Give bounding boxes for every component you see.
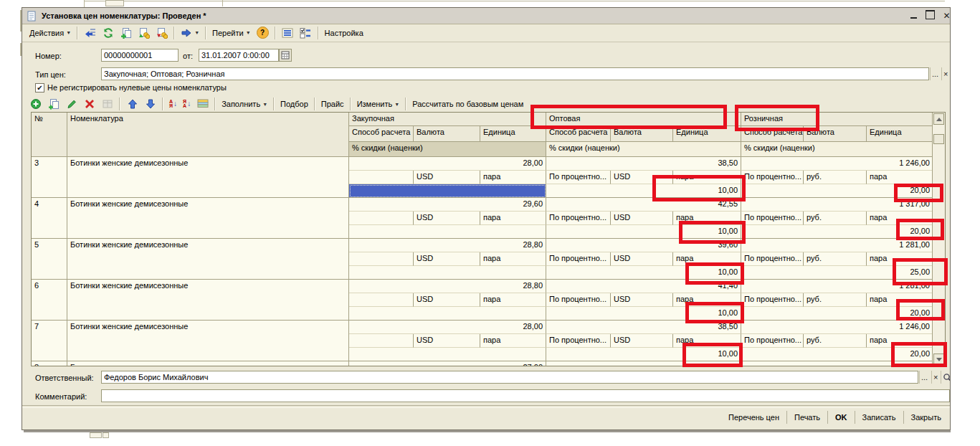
cell-row-number[interactable]: 7 — [32, 321, 67, 361]
cell-purchase-unit[interactable]: пара — [480, 212, 546, 225]
cell-row-number[interactable]: 8 — [32, 361, 67, 366]
pick-button[interactable]: Подбор — [277, 97, 311, 112]
write-document-icon[interactable] — [81, 27, 99, 39]
cell-purchase-method[interactable] — [349, 171, 414, 184]
cell-retail-currency[interactable]: руб. — [804, 212, 867, 225]
add-row-icon[interactable] — [27, 98, 44, 110]
cell-purchase-pct[interactable] — [349, 348, 546, 361]
refresh-icon[interactable] — [99, 27, 117, 39]
delete-row-icon[interactable] — [80, 98, 98, 110]
copy-row-icon[interactable] — [44, 98, 62, 110]
cell-wholesale-method[interactable]: По процентно... — [546, 293, 611, 307]
cell-purchase-unit[interactable]: пара — [480, 252, 546, 266]
price-table[interactable]: №НоменклатураЗакупочнаяСпособ расчетаВал… — [31, 112, 946, 366]
fill-button[interactable]: Заполнить▼ — [219, 97, 270, 112]
cell-wholesale-method[interactable]: По процентно... — [546, 334, 611, 348]
cell-retail-method[interactable]: По процентно... — [741, 252, 804, 266]
sort-desc-icon[interactable]: ЯА↓ — [180, 97, 194, 112]
cell-purchase-unit[interactable]: пара — [480, 334, 546, 348]
scroll-up-button[interactable] — [933, 113, 944, 125]
cell-purchase-unit[interactable]: пара — [480, 171, 546, 184]
cell-item-name[interactable]: Ботинки женские демисезонные — [67, 321, 349, 361]
unpost-document-icon[interactable] — [153, 27, 171, 39]
price-button[interactable]: Прайс — [318, 97, 347, 112]
filter-settings-icon[interactable] — [297, 27, 315, 39]
cell-retail-currency[interactable]: руб. — [804, 293, 867, 307]
maximize-button[interactable] — [924, 9, 936, 21]
cell-retail-currency[interactable]: руб. — [804, 334, 867, 348]
cell-purchase-price[interactable]: 27,00 — [349, 361, 546, 366]
cell-purchase-pct[interactable] — [349, 266, 546, 280]
cell-purchase-method[interactable] — [349, 212, 414, 225]
sort-asc-icon[interactable]: АЯ↓ — [166, 97, 180, 112]
cell-purchase-method[interactable] — [349, 252, 414, 266]
cell-purchase-price[interactable]: 28,00 — [349, 321, 546, 334]
change-button[interactable]: Изменить▼ — [354, 97, 403, 112]
output-forms-button[interactable]: ▼ — [178, 25, 202, 40]
cell-purchase-price[interactable]: 29,60 — [349, 198, 546, 212]
cell-wholesale-currency[interactable]: USD — [611, 334, 673, 348]
clear-responsible-button[interactable]: × — [931, 371, 939, 384]
choose-button[interactable]: ... — [930, 67, 940, 80]
cell-retail-method[interactable]: По процентно... — [741, 212, 804, 225]
cell-purchase-price[interactable]: 28,00 — [349, 157, 546, 171]
copy-add-icon[interactable] — [117, 27, 135, 39]
cell-retail-price[interactable]: 1 281,00 — [741, 239, 933, 252]
cell-item-name[interactable]: Ботинки женские демисезонные — [67, 280, 349, 321]
choose-responsible-button[interactable]: ... — [919, 371, 929, 384]
date-field[interactable]: 31.01.2007 0:00:00 — [199, 49, 279, 62]
move-down-icon[interactable] — [141, 98, 159, 110]
cell-purchase-pct[interactable] — [349, 184, 546, 198]
save-button[interactable]: Записать — [855, 411, 903, 424]
cell-purchase-currency[interactable]: USD — [414, 252, 480, 266]
title-bar[interactable]: Установка цен номенклатуры: Проведен * ✕ — [22, 8, 950, 24]
clear-button[interactable]: × — [941, 67, 949, 80]
calendar-button[interactable] — [279, 49, 292, 62]
cell-row-number[interactable]: 4 — [32, 198, 67, 239]
goto-button[interactable]: Перейти▼ — [209, 25, 254, 40]
scroll-marker-button[interactable] — [933, 134, 944, 144]
price-type-field[interactable]: Закупочная; Оптовая; Розничная — [101, 67, 929, 80]
cell-purchase-method[interactable] — [349, 293, 414, 307]
post-document-icon[interactable] — [135, 27, 153, 39]
zero-prices-checkbox[interactable]: ✔ — [35, 83, 44, 92]
cell-retail-method[interactable]: По процентно... — [741, 171, 804, 184]
number-field[interactable]: 00000000001 — [101, 49, 179, 62]
cell-purchase-currency[interactable]: USD — [414, 293, 480, 307]
cell-item-name[interactable]: Ботинки женские демисезонные — [67, 157, 349, 198]
cell-item-name[interactable]: Ботинки женские демисезонные — [67, 198, 349, 239]
cell-retail-currency[interactable]: руб. — [804, 171, 867, 184]
cell-row-number[interactable]: 3 — [32, 157, 67, 198]
responsible-field[interactable]: Федоров Борис Михайлович — [101, 371, 918, 384]
cell-wholesale-currency[interactable]: USD — [611, 212, 673, 225]
minimize-button[interactable] — [908, 9, 920, 21]
comment-field[interactable] — [101, 389, 950, 402]
cell-purchase-method[interactable] — [349, 334, 414, 348]
close-window-button[interactable]: Закрыть — [903, 411, 948, 424]
ok-button[interactable]: OK — [827, 411, 855, 424]
cell-retail-unit[interactable]: пара — [867, 171, 933, 184]
print-button[interactable]: Печать — [786, 411, 827, 424]
cell-purchase-currency[interactable]: USD — [414, 334, 480, 348]
cell-retail-currency[interactable]: руб. — [804, 252, 867, 266]
cell-row-number[interactable]: 6 — [32, 280, 67, 321]
cell-item-name[interactable]: Ботинки женские демисезонные — [67, 239, 349, 280]
cell-purchase-pct[interactable] — [349, 307, 546, 321]
cell-wholesale-method[interactable]: По процентно... — [546, 252, 611, 266]
cell-retail-method[interactable]: По процентно... — [741, 293, 804, 307]
cell-retail-price[interactable]: 1 246,00 — [741, 157, 933, 171]
cell-wholesale-currency[interactable]: USD — [611, 252, 673, 266]
cell-wholesale-method[interactable]: По процентно... — [546, 171, 611, 184]
list-settings-icon[interactable] — [194, 98, 211, 110]
cell-row-number[interactable]: 5 — [32, 239, 67, 280]
cell-purchase-price[interactable]: 28,80 — [349, 239, 546, 252]
open-responsible-button[interactable] — [941, 371, 951, 384]
cell-retail-price[interactable]: 1 246,00 — [741, 321, 933, 334]
cell-purchase-pct[interactable] — [349, 225, 546, 239]
close-button[interactable]: ✕ — [941, 9, 951, 21]
edit-row-icon[interactable] — [62, 98, 80, 110]
cell-purchase-unit[interactable]: пара — [480, 293, 546, 307]
cell-retail-method[interactable]: По процентно... — [741, 334, 804, 348]
help-button[interactable]: ? — [254, 25, 272, 40]
cell-wholesale-currency[interactable]: USD — [611, 293, 673, 307]
